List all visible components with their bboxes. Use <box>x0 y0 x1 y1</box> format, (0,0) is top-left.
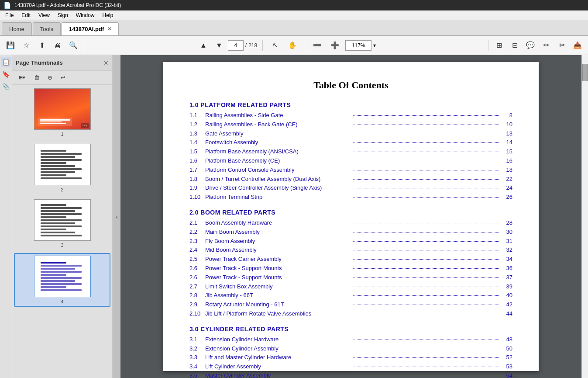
embed-button[interactable]: ⊕ <box>44 72 56 83</box>
zoom-out-button[interactable]: ➖ <box>310 38 324 52</box>
next-page-button[interactable]: ▼ <box>212 38 226 52</box>
toc-page: 52 <box>500 353 512 362</box>
toc-item-3-1[interactable]: 3.1 Extension Cylinder Hardware 48 <box>189 335 512 344</box>
toc-label: Platform Base Assembly (CE) <box>205 156 351 166</box>
toc-item-2-3[interactable]: 2.3 Fly Boom Assembly 31 <box>189 237 512 246</box>
toc-label: Limit Switch Box Assembly <box>205 282 351 291</box>
thumbnail-page-3[interactable]: 3 <box>14 198 110 250</box>
toc-item-2-9[interactable]: 2.9 Rotary Actuator Mounting - 61T 42 <box>189 300 512 309</box>
toc-num: 3.1 <box>189 335 205 344</box>
delete-thumb-button[interactable]: 🗑 <box>31 72 43 83</box>
menu-help[interactable]: Help <box>99 11 117 19</box>
pdf-area[interactable]: Table Of Contents 1.0 PLATFORM RELATED P… <box>120 55 581 378</box>
toc-item-2-1[interactable]: 2.1 Boom Assembly Hardware 28 <box>189 218 512 228</box>
thumbnail-page-1[interactable]: sky 1 <box>14 87 110 139</box>
rotate-button[interactable]: ⊟ <box>508 38 522 52</box>
toc-item-1-10[interactable]: 1.10 Platform Terminal Strip 26 <box>189 193 512 202</box>
hand-tool[interactable]: ✋ <box>285 38 299 52</box>
toc-item-2-4[interactable]: 2.4 Mid Boom Assembly 32 <box>189 246 512 255</box>
fit-page-button[interactable]: ⊞ <box>492 38 506 52</box>
scrollbar-thumb[interactable] <box>582 64 588 81</box>
edit-button[interactable]: ✏ <box>539 38 553 52</box>
zoom-dropdown-arrow[interactable]: ▾ <box>373 42 376 49</box>
total-pages: 218 <box>248 42 257 49</box>
toc-item-1-6[interactable]: 1.6 Platform Base Assembly (CE) 16 <box>189 156 512 166</box>
toc-item-1-8[interactable]: 1.8 Boom / Turret Controller Assembly (D… <box>189 175 512 184</box>
menu-file[interactable]: File <box>2 11 17 19</box>
attach-button[interactable]: ⬆ <box>35 38 49 52</box>
attachments-icon[interactable]: 📎 <box>1 81 11 92</box>
tab-tools[interactable]: Tools <box>33 22 61 35</box>
main-area: 📋 🔖 📎 Page Thumbnails ✕ ⊞▾ 🗑 ⊕ ↩ <box>0 55 588 378</box>
toc-page: 26 <box>500 193 512 202</box>
thumb-line <box>41 204 67 206</box>
toc-dots <box>353 277 499 278</box>
page-layout-button[interactable]: ⊞▾ <box>14 72 30 83</box>
toc-item-3-3[interactable]: 3.3 Lift and Master Cylinder Hardware 52 <box>189 353 512 362</box>
undo-button[interactable]: ↩ <box>57 72 69 83</box>
toc-dots <box>353 295 499 296</box>
sidebar-collapse-button[interactable]: ‹ <box>113 55 120 378</box>
toc-item-1-2[interactable]: 1.2 Railing Assemblies - Back Gate (CE) … <box>189 120 512 129</box>
menu-edit[interactable]: Edit <box>18 11 34 19</box>
thumb-img-1: sky <box>34 88 91 130</box>
toc-item-2-10[interactable]: 2.10 Jib Lift / Platform Rotate Valve As… <box>189 309 512 319</box>
toc-page: 18 <box>500 166 512 175</box>
thumbnail-page-4[interactable]: 4 <box>14 253 110 307</box>
toc-item-1-1[interactable]: 1.1 Railing Assemblies - Side Gate 8 <box>189 111 512 120</box>
toc-item-1-4[interactable]: 1.4 Footswitch Assembly 14 <box>189 138 512 147</box>
toc-item-1-7[interactable]: 1.7 Platform Control Console Assembly 18 <box>189 166 512 175</box>
toc-num: 2.10 <box>189 309 205 319</box>
print-button[interactable]: 🖨 <box>51 38 65 52</box>
cursor-tool[interactable]: ↖ <box>268 38 282 52</box>
tab-home[interactable]: Home <box>2 22 32 35</box>
toc-item-1-9[interactable]: 1.9 Drive / Steer Controller Assembly (S… <box>189 184 512 193</box>
thumb-line <box>41 150 67 152</box>
toc-item-1-3[interactable]: 1.3 Gate Assembly 13 <box>189 129 512 139</box>
export-button[interactable]: 📤 <box>571 38 585 52</box>
page-thumbnails-icon[interactable]: 📋 <box>1 57 11 67</box>
toc-page: 37 <box>500 273 512 282</box>
menu-view[interactable]: View <box>35 11 53 19</box>
tab-close-button[interactable]: ✕ <box>107 26 111 32</box>
zoom-in-button[interactable]: ➕ <box>328 38 342 52</box>
thumb-line <box>41 213 82 215</box>
menu-sign[interactable]: Sign <box>54 11 72 19</box>
toc-num: 2.6 <box>189 273 205 282</box>
toc-item-2-8[interactable]: 2.8 Jib Assembly - 66T 40 <box>189 291 512 300</box>
toc-item-2-6a[interactable]: 2.6 Power Track - Support Mounts 36 <box>189 264 512 273</box>
save-button[interactable]: 💾 <box>3 38 17 52</box>
toc-title: Table Of Contents <box>189 80 512 91</box>
toc-item-2-6b[interactable]: 2.6 Power Track - Support Mounts 37 <box>189 273 512 282</box>
toc-page: 22 <box>500 175 512 184</box>
thumb-line <box>41 265 82 267</box>
nav-controls: ▲ ▼ / 218 <box>196 38 257 52</box>
scrollbar[interactable] <box>581 55 588 378</box>
zoom-input[interactable] <box>345 40 371 51</box>
thumb-line <box>41 207 82 209</box>
prev-page-button[interactable]: ▲ <box>196 38 210 52</box>
thumb-line <box>41 165 75 167</box>
sidebar-toolbar: ⊞▾ 🗑 ⊕ ↩ <box>12 71 112 85</box>
menu-window[interactable]: Window <box>72 11 98 19</box>
toc-item-1-5[interactable]: 1.5 Platform Base Assembly (ANSI/CSA) 15 <box>189 147 512 156</box>
thumb-line <box>41 274 67 276</box>
toc-item-2-7[interactable]: 2.7 Limit Switch Box Assembly 39 <box>189 282 512 291</box>
toc-item-3-4[interactable]: 3.4 Lift Cylinder Assembly 53 <box>189 362 512 371</box>
thumb-line <box>41 210 75 212</box>
tab-document[interactable]: 143870AI.pdf ✕ <box>62 22 119 35</box>
toc-page: 14 <box>500 138 512 147</box>
bookmark-button[interactable]: ☆ <box>19 38 33 52</box>
toc-item-3-2[interactable]: 3.2 Extension Cylinder Assembly 50 <box>189 344 512 354</box>
sidebar-close-button[interactable]: ✕ <box>103 59 109 66</box>
redact-button[interactable]: ✂ <box>555 38 569 52</box>
reduce-button[interactable]: 🔍 <box>66 38 80 52</box>
toc-item-3-5[interactable]: 3.5 Master Cylinder Assembly 54 <box>189 371 512 378</box>
toc-item-2-5[interactable]: 2.5 Power Track Carrier Assembly 34 <box>189 255 512 264</box>
toc-num: 3.2 <box>189 344 205 354</box>
bookmarks-icon[interactable]: 🔖 <box>1 69 11 80</box>
comment-button[interactable]: 💬 <box>523 38 537 52</box>
thumbnail-page-2[interactable]: 2 <box>14 142 110 194</box>
current-page-input[interactable] <box>228 40 244 51</box>
toc-item-2-2[interactable]: 2.2 Main Boom Assembly 30 <box>189 228 512 237</box>
